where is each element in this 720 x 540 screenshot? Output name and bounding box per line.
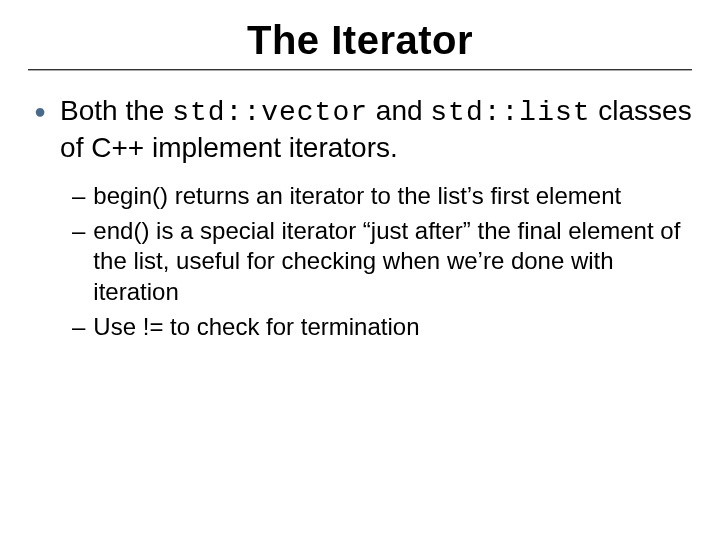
title-divider [28,69,692,71]
sub-bullet-text: begin() returns an iterator to the list’… [93,181,692,212]
sub-bullet-text: end() is a special iterator “just after”… [93,216,692,308]
slide: The Iterator ● Both the std::vector and … [0,0,720,540]
sub-bullet-list: – begin() returns an iterator to the lis… [72,181,692,343]
bullet-frag-2: and [368,95,430,126]
bullet-main: ● Both the std::vector and std::list cla… [34,93,692,165]
sub-bullet-neq: – Use != to check for termination [72,312,692,343]
sub-bullet-end: – end() is a special iterator “just afte… [72,216,692,308]
bullet-frag-1: Both the [60,95,172,126]
sub-bullet-begin: – begin() returns an iterator to the lis… [72,181,692,212]
slide-title: The Iterator [28,18,692,63]
sub-bullet-text: Use != to check for termination [93,312,692,343]
code-list: std::list [430,97,590,128]
code-vector: std::vector [172,97,368,128]
bullet-text: Both the std::vector and std::list class… [60,93,692,165]
dash-icon: – [72,181,85,212]
bullet-dot-icon: ● [34,93,46,129]
dash-icon: – [72,312,85,343]
dash-icon: – [72,216,85,247]
